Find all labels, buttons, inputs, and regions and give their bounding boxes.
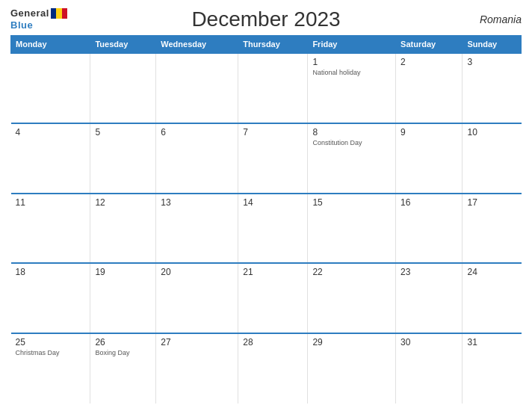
calendar-cell: 8Constitution Day <box>308 123 396 194</box>
day-event: Christmas Day <box>16 349 86 356</box>
calendar-title: December 2023 <box>191 7 340 31</box>
logo-flag-icon <box>51 8 67 19</box>
day-number: 31 <box>467 337 516 347</box>
column-header-sunday: Sunday <box>463 36 522 54</box>
day-number: 22 <box>312 267 391 277</box>
country-label: Romania <box>480 13 522 25</box>
day-number: 30 <box>400 337 457 347</box>
calendar-cell: 20 <box>156 263 238 333</box>
calendar-cell: 3 <box>463 53 522 123</box>
calendar-cell: 30 <box>396 333 463 404</box>
calendar-week-row: 11121314151617 <box>11 194 522 264</box>
day-event: Constitution Day <box>312 139 391 146</box>
day-number: 7 <box>243 127 303 137</box>
logo: General Blue <box>10 7 67 31</box>
logo-blue-text: Blue <box>10 19 67 31</box>
day-number: 1 <box>312 57 391 67</box>
day-number: 2 <box>400 57 457 67</box>
calendar-week-row: 1National holiday23 <box>11 53 522 123</box>
day-number: 13 <box>161 197 233 208</box>
calendar-header-row: MondayTuesdayWednesdayThursdayFridaySatu… <box>11 36 522 54</box>
day-number: 24 <box>467 267 516 277</box>
column-header-wednesday: Wednesday <box>156 36 238 54</box>
calendar-cell: 21 <box>238 263 308 333</box>
calendar-cell: 17 <box>463 194 522 264</box>
day-number: 3 <box>467 57 516 67</box>
day-number: 6 <box>161 127 233 137</box>
calendar-cell: 24 <box>463 263 522 333</box>
calendar-cell: 26Boxing Day <box>90 333 156 404</box>
calendar-cell: 28 <box>238 333 308 404</box>
calendar-cell <box>90 53 156 123</box>
svg-rect-2 <box>62 8 67 19</box>
day-number: 28 <box>243 337 303 347</box>
day-number: 14 <box>243 197 303 208</box>
day-number: 4 <box>16 127 86 137</box>
calendar-cell: 16 <box>396 194 463 264</box>
calendar-cell: 23 <box>396 263 463 333</box>
day-number: 11 <box>16 197 86 208</box>
calendar-cell: 25Christmas Day <box>11 333 90 404</box>
day-number: 18 <box>16 267 86 277</box>
calendar-week-row: 25Christmas Day26Boxing Day2728293031 <box>11 333 522 404</box>
calendar-cell: 9 <box>396 123 463 194</box>
calendar-cell: 29 <box>308 333 396 404</box>
calendar-cell: 7 <box>238 123 308 194</box>
day-number: 25 <box>16 337 86 347</box>
calendar-cell <box>11 53 90 123</box>
day-event: National holiday <box>312 69 391 76</box>
day-number: 9 <box>400 127 457 137</box>
calendar-cell: 2 <box>396 53 463 123</box>
day-number: 29 <box>312 337 391 347</box>
calendar-cell: 12 <box>90 194 156 264</box>
calendar-cell: 11 <box>11 194 90 264</box>
day-number: 5 <box>95 127 151 137</box>
logo-general-text: General <box>10 7 49 19</box>
calendar-cell: 10 <box>463 123 522 194</box>
column-header-friday: Friday <box>308 36 396 54</box>
day-number: 26 <box>95 337 151 347</box>
calendar-cell: 18 <box>11 263 90 333</box>
column-header-tuesday: Tuesday <box>90 36 156 54</box>
calendar-cell: 13 <box>156 194 238 264</box>
calendar-week-row: 45678Constitution Day910 <box>11 123 522 194</box>
day-number: 20 <box>161 267 233 277</box>
calendar-page: General Blue December 2023 Romania Monda… <box>0 0 532 411</box>
calendar-table: MondayTuesdayWednesdayThursdayFridaySatu… <box>10 35 522 404</box>
calendar-cell: 31 <box>463 333 522 404</box>
calendar-cell: 4 <box>11 123 90 194</box>
calendar-cell: 27 <box>156 333 238 404</box>
calendar-cell: 22 <box>308 263 396 333</box>
day-number: 8 <box>312 127 391 137</box>
day-number: 16 <box>400 197 457 208</box>
day-number: 15 <box>312 197 391 208</box>
column-header-monday: Monday <box>11 36 90 54</box>
column-header-saturday: Saturday <box>396 36 463 54</box>
calendar-cell: 14 <box>238 194 308 264</box>
svg-rect-0 <box>51 8 56 19</box>
column-header-thursday: Thursday <box>238 36 308 54</box>
calendar-cell <box>238 53 308 123</box>
calendar-cell <box>156 53 238 123</box>
calendar-cell: 5 <box>90 123 156 194</box>
day-number: 19 <box>95 267 151 277</box>
day-number: 27 <box>161 337 233 347</box>
day-number: 23 <box>400 267 457 277</box>
calendar-cell: 6 <box>156 123 238 194</box>
calendar-cell: 1National holiday <box>308 53 396 123</box>
calendar-week-row: 18192021222324 <box>11 263 522 333</box>
day-number: 17 <box>467 197 516 208</box>
calendar-cell: 19 <box>90 263 156 333</box>
day-number: 12 <box>95 197 151 208</box>
day-number: 10 <box>467 127 516 137</box>
day-number: 21 <box>243 267 303 277</box>
day-event: Boxing Day <box>95 349 151 356</box>
svg-rect-1 <box>56 8 62 19</box>
calendar-cell: 15 <box>308 194 396 264</box>
calendar-header: General Blue December 2023 Romania <box>10 7 522 31</box>
